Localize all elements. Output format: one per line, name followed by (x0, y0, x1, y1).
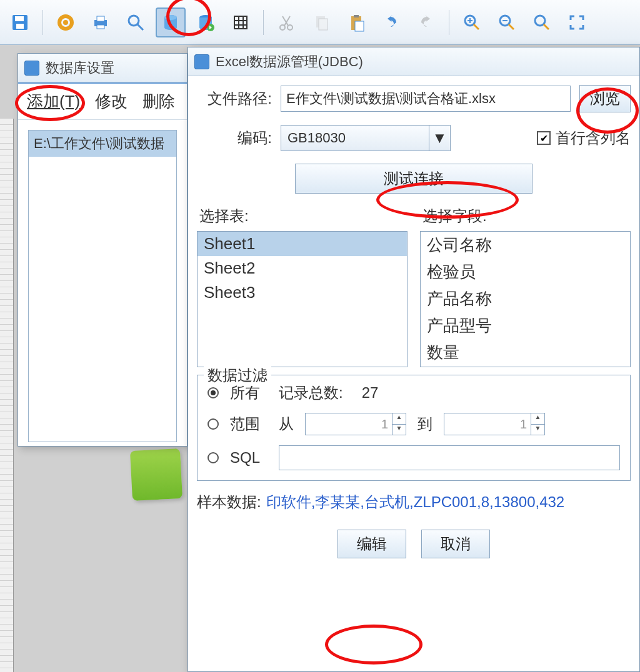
svg-rect-1 (15, 16, 24, 21)
add-button[interactable]: 添加(T) (27, 91, 80, 112)
print-icon[interactable] (86, 7, 116, 37)
fullscreen-icon[interactable] (562, 7, 592, 37)
svg-point-8 (129, 16, 139, 26)
sample-data-row: 样本数据:印软件,李某某,台式机,ZLPC001,8,13800,432 (197, 492, 631, 512)
paste-icon[interactable] (341, 7, 371, 37)
svg-line-24 (509, 24, 514, 29)
list-item[interactable]: Sheet2 (198, 256, 407, 280)
zoom-out-icon[interactable] (492, 7, 522, 37)
radio-range-label: 范围 (230, 414, 268, 434)
svg-point-15 (288, 25, 292, 30)
svg-rect-7 (97, 25, 104, 29)
spinner-up-icon[interactable]: ▲ (392, 413, 406, 425)
svg-rect-20 (355, 21, 364, 31)
gear-icon[interactable] (51, 7, 81, 37)
sql-input[interactable] (279, 445, 620, 470)
undo-icon[interactable] (376, 7, 406, 37)
list-item[interactable]: 公司名称 (421, 232, 630, 259)
svg-line-9 (138, 24, 143, 30)
record-total-label: 记录总数: (279, 383, 343, 403)
svg-rect-17 (319, 19, 328, 30)
svg-line-22 (474, 24, 479, 29)
svg-rect-19 (354, 15, 359, 17)
field-listbox[interactable]: 公司名称 检验员 产品名称 产品型号 数量 (420, 231, 631, 367)
select-field-label: 选择字段: (420, 206, 631, 226)
datasource-list[interactable]: E:\工作文件\测试数据 (28, 130, 177, 442)
list-item[interactable]: 数量 (421, 339, 630, 366)
delete-button[interactable]: 删除 (142, 91, 175, 112)
list-item[interactable]: Sheet3 (198, 280, 407, 305)
browse-button[interactable]: 浏览 (579, 85, 631, 112)
from-label: 从 (279, 414, 294, 434)
svg-point-4 (63, 20, 68, 25)
dialog-title: 数据库设置 (46, 59, 114, 77)
to-spinner[interactable]: ▲▼ (444, 413, 545, 435)
excel-jdbc-dialog: Excel数据源管理(JDBC) 文件路径: 浏览 编码: GB18030 ▼ … (188, 47, 640, 672)
file-path-label: 文件路径: (197, 89, 272, 109)
encoding-value: GB18030 (281, 130, 429, 146)
redo-icon[interactable] (411, 7, 441, 37)
database-icon[interactable] (156, 7, 186, 37)
list-item[interactable]: 产品型号 (421, 312, 630, 339)
dialog-title-bar[interactable]: Excel数据源管理(JDBC) (188, 47, 639, 76)
to-label: 到 (418, 414, 432, 434)
list-item[interactable]: Sheet1 (198, 232, 407, 256)
dialog-title-bar[interactable]: 数据库设置 (18, 54, 187, 82)
select-table-label: 选择表: (197, 206, 408, 226)
encoding-combo[interactable]: GB18030 ▼ (281, 125, 451, 151)
database-refresh-icon[interactable] (191, 7, 221, 37)
encoding-label: 编码: (197, 128, 272, 148)
search-icon[interactable] (121, 7, 151, 37)
svg-point-25 (535, 16, 545, 26)
copy-icon[interactable] (306, 7, 336, 37)
sample-data-value: 印软件,李某某,台式机,ZLPC001,8,13800,432 (266, 493, 565, 510)
svg-point-14 (280, 25, 285, 30)
zoom-in-icon[interactable] (457, 7, 487, 37)
canvas-object (130, 448, 182, 501)
data-filter-group: 数据过滤 所有 记录总数: 27 范围 从 ▲▼ 到 ▲▼ (197, 375, 631, 481)
svg-point-11 (164, 15, 177, 20)
save-icon[interactable] (5, 7, 35, 37)
list-item[interactable]: 产品名称 (421, 285, 630, 312)
zoom-fit-icon[interactable] (527, 7, 557, 37)
spinner-down-icon[interactable]: ▼ (531, 425, 544, 435)
dialog-title: Excel数据源管理(JDBC) (216, 52, 363, 71)
database-settings-dialog: 数据库设置 添加(T) 修改 删除 E:\工作文件\测试数据 (18, 53, 188, 447)
radio-all[interactable] (208, 387, 219, 398)
app-icon (24, 61, 39, 76)
file-path-input[interactable] (281, 86, 571, 112)
sample-data-label: 样本数据: (197, 493, 261, 510)
radio-range[interactable] (208, 418, 219, 430)
cut-icon[interactable] (271, 7, 301, 37)
spinner-up-icon[interactable]: ▲ (531, 413, 544, 425)
filter-legend: 数据过滤 (204, 365, 271, 385)
edit-button[interactable]: 编辑 (338, 530, 406, 558)
list-item[interactable]: 检验员 (421, 259, 630, 285)
checkbox-label: 首行含列名 (556, 128, 631, 148)
from-input[interactable] (305, 413, 392, 435)
table-listbox[interactable]: Sheet1 Sheet2 Sheet3 (197, 231, 408, 367)
from-spinner[interactable]: ▲▼ (305, 413, 406, 435)
radio-all-label: 所有 (230, 383, 268, 403)
spinner-down-icon[interactable]: ▼ (392, 425, 406, 435)
first-row-header-checkbox[interactable]: ✔ 首行含列名 (537, 128, 631, 148)
checkbox-icon: ✔ (537, 131, 551, 145)
list-item[interactable]: E:\工作文件\测试数据 (29, 131, 176, 157)
radio-sql-label: SQL (230, 449, 268, 467)
radio-sql[interactable] (208, 452, 219, 463)
chevron-down-icon[interactable]: ▼ (429, 126, 450, 151)
grid-icon[interactable] (226, 7, 256, 37)
test-connection-button[interactable]: 测试连接 (295, 164, 532, 194)
svg-rect-6 (97, 16, 104, 21)
modify-button[interactable]: 修改 (95, 91, 128, 112)
to-input[interactable] (444, 413, 531, 435)
app-icon (194, 54, 209, 69)
vertical-ruler (0, 119, 14, 672)
svg-rect-2 (16, 24, 24, 29)
record-total-value: 27 (362, 384, 379, 402)
main-toolbar (0, 0, 640, 45)
svg-line-26 (544, 24, 549, 29)
action-bar: 添加(T) 修改 删除 (18, 82, 187, 120)
cancel-button[interactable]: 取消 (421, 530, 490, 558)
